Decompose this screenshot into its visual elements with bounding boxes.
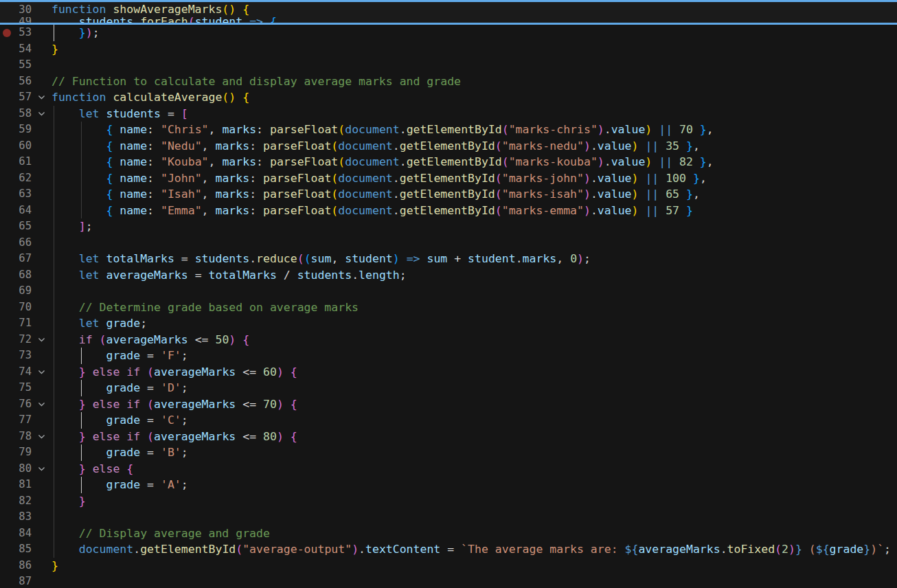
line-number[interactable]: 80 [14,461,32,477]
code-text[interactable]: let grade; [52,315,147,332]
code-line[interactable]: 63 { name: "Isah", marks: parseFloat(doc… [0,186,897,203]
breakpoint-gutter[interactable] [0,461,14,477]
code-line[interactable]: 65 ]; [0,218,897,235]
fold-chevron-icon[interactable] [32,106,52,122]
line-number[interactable]: 56 [14,74,32,90]
code-text[interactable]: } [52,493,86,510]
line-number[interactable]: 30 [14,2,32,17]
line-number[interactable]: 49 [14,17,32,23]
code-line[interactable]: 75 grade = 'D'; [0,380,897,396]
code-text[interactable]: } [52,558,58,574]
line-number[interactable]: 77 [14,412,32,429]
code-text[interactable]: // Display average and grade [52,525,270,542]
sticky-scroll[interactable]: 30function showAverageMarks() {49 studen… [0,0,897,25]
breakpoint-gutter[interactable] [0,17,14,23]
code-text[interactable]: grade = 'F'; [52,348,188,364]
line-number[interactable]: 62 [14,170,32,187]
code-line[interactable]: 76 } else if (averageMarks <= 70) { [0,396,897,413]
code-line[interactable]: 77 grade = 'C'; [0,412,897,429]
line-number[interactable]: 87 [14,574,32,588]
line-number[interactable]: 54 [14,41,32,58]
code-line[interactable]: 87 [0,574,897,588]
code-line[interactable]: 61 { name: "Kouba", marks: parseFloat(do… [0,154,897,170]
breakpoint-gutter[interactable] [0,57,14,74]
breakpoint-gutter[interactable] [0,106,14,122]
code-text[interactable]: { name: "Kouba", marks: parseFloat(docum… [52,154,714,170]
code-line[interactable]: 64 { name: "Emma", marks: parseFloat(doc… [0,203,897,219]
code-line[interactable]: 69 [0,283,897,299]
code-line[interactable]: 80 } else { [0,461,897,477]
code-text[interactable]: } [52,41,58,58]
breakpoint-gutter[interactable] [0,122,14,138]
code-line[interactable]: 67 let totalMarks = students.reduce((sum… [0,251,897,267]
breakpoint-gutter[interactable] [0,89,14,106]
breakpoint-gutter[interactable] [0,25,14,41]
line-number[interactable]: 70 [14,299,32,316]
line-number[interactable]: 65 [14,218,32,235]
code-line[interactable]: 71 let grade; [0,315,897,332]
line-number[interactable]: 66 [14,235,32,251]
code-line[interactable]: 72 if (averageMarks <= 50) { [0,332,897,348]
code-line[interactable]: 78 } else if (averageMarks <= 80) { [0,429,897,445]
code-text[interactable]: let students = [ [52,106,188,122]
code-text[interactable]: let averageMarks = totalMarks / students… [52,267,407,284]
breakpoint-gutter[interactable] [0,412,14,429]
code-line[interactable]: 81 grade = 'A'; [0,477,897,493]
code-text[interactable]: grade = 'C'; [52,412,188,429]
code-line[interactable]: 70 // Determine grade based on average m… [0,299,897,316]
breakpoint-gutter[interactable] [0,218,14,235]
fold-chevron-icon[interactable] [32,364,52,381]
code-line[interactable]: 60 { name: "Nedu", marks: parseFloat(doc… [0,138,897,155]
line-number[interactable]: 57 [14,89,32,106]
code-text[interactable]: { name: "John", marks: parseFloat(docume… [52,170,707,187]
breakpoint-gutter[interactable] [0,525,14,542]
breakpoint-gutter[interactable] [0,364,14,381]
breakpoint-gutter[interactable] [0,558,14,574]
breakpoint-gutter[interactable] [0,493,14,510]
code-text[interactable]: } else if (averageMarks <= 70) { [52,396,297,413]
breakpoint-gutter[interactable] [0,332,14,348]
line-number[interactable]: 85 [14,541,32,558]
breakpoint-gutter[interactable] [0,154,14,170]
code-line[interactable]: 59 { name: "Chris", marks: parseFloat(do… [0,122,897,138]
line-number[interactable]: 81 [14,477,32,493]
sticky-line-clipped[interactable]: 49 students.forEach(student => { [0,17,897,23]
line-number[interactable]: 72 [14,332,32,348]
line-number[interactable]: 71 [14,315,32,332]
code-line[interactable]: 82 } [0,493,897,510]
code-text[interactable]: grade = 'B'; [52,444,188,461]
code-line[interactable]: 58 let students = [ [0,106,897,122]
fold-chevron-icon[interactable] [32,429,52,445]
code-line[interactable]: 84 // Display average and grade [0,525,897,542]
code-line[interactable]: 83 [0,509,897,525]
breakpoint-gutter[interactable] [0,283,14,299]
code-text[interactable]: grade = 'A'; [52,477,188,493]
code-text[interactable]: students.forEach(student => { [52,17,277,23]
code-text[interactable]: let totalMarks = students.reduce((sum, s… [52,251,591,267]
breakpoint-gutter[interactable] [0,444,14,461]
breakpoint-gutter[interactable] [0,348,14,364]
breakpoint-gutter[interactable] [0,574,14,588]
code-line[interactable]: 79 grade = 'B'; [0,444,897,461]
line-number[interactable]: 75 [14,380,32,396]
code-text[interactable]: { name: "Emma", marks: parseFloat(docume… [52,203,693,219]
code-text[interactable]: if (averageMarks <= 50) { [52,332,249,348]
fold-chevron-icon[interactable] [32,332,52,348]
breakpoint-gutter[interactable] [0,429,14,445]
line-number[interactable]: 83 [14,509,32,525]
code-text[interactable]: grade = 'D'; [52,380,188,396]
code-text[interactable]: } else if (averageMarks <= 80) { [52,429,297,445]
line-number[interactable]: 73 [14,348,32,364]
code-text[interactable]: document.getElementById("average-output"… [52,541,891,558]
breakpoint-gutter[interactable] [0,251,14,267]
breakpoint-gutter[interactable] [0,203,14,219]
line-number[interactable]: 63 [14,186,32,203]
code-line[interactable]: 56// Function to calculate and display a… [0,74,897,90]
code-text[interactable]: }); [52,25,100,41]
sticky-line[interactable]: 30function showAverageMarks() { [0,2,897,17]
line-number[interactable]: 76 [14,396,32,413]
fold-chevron-icon[interactable] [32,396,52,413]
breakpoint-gutter[interactable] [0,541,14,558]
line-number[interactable]: 82 [14,493,32,510]
breakpoint-gutter[interactable] [0,74,14,90]
